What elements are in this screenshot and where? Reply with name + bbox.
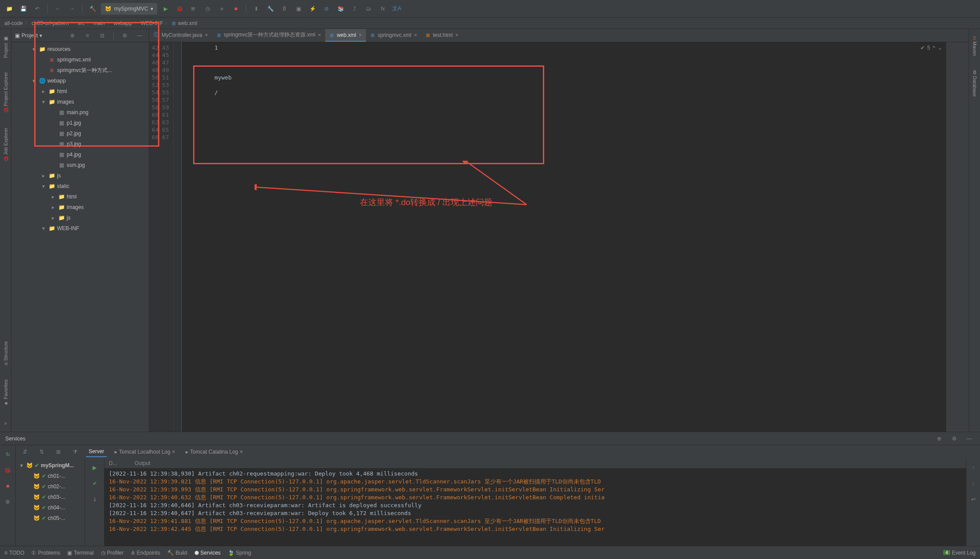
tree-item[interactable]: ▾📁WEB-INF xyxy=(11,223,149,234)
sb-profiler[interactable]: ◷ Profiler xyxy=(101,550,124,556)
profile-icon[interactable]: ◷ xyxy=(202,3,213,14)
tree-item[interactable]: ≣springmvc.xml xyxy=(11,54,149,65)
tree-item[interactable]: ▾📁images xyxy=(11,97,149,107)
sb-services[interactable]: ⬢ Services xyxy=(194,550,221,556)
collapse-rail-icon[interactable]: » xyxy=(0,418,11,429)
close-icon[interactable]: × xyxy=(205,32,208,38)
run-tree-item[interactable]: 🐱✔ ch01-... xyxy=(16,471,85,481)
close-icon[interactable]: × xyxy=(414,32,417,38)
close-icon[interactable]: × xyxy=(318,32,321,38)
close-icon[interactable]: × xyxy=(456,32,459,38)
collapse-icon[interactable]: ≡ xyxy=(82,30,93,41)
run-tree-item[interactable]: 🐱✔ ch02-... xyxy=(16,481,85,492)
breadcrumb-item[interactable]: web.xml xyxy=(178,20,197,26)
wrap-icon[interactable]: ↩ xyxy=(968,494,979,505)
editor-tab[interactable]: ≣web.xml× xyxy=(325,29,366,42)
tree-item[interactable]: ▦p3.jpg xyxy=(11,139,149,149)
editor-tab[interactable]: ≣test.html× xyxy=(421,29,463,42)
tree-item[interactable]: ▸📁html xyxy=(11,86,149,97)
translate-icon[interactable]: 文A xyxy=(391,3,402,14)
hammer-icon[interactable]: 🔨 xyxy=(87,3,98,14)
wrench-icon[interactable]: 🔧 xyxy=(265,3,276,14)
rail-job-explorer[interactable]: 🐞 Job Explorer xyxy=(2,125,9,165)
sb-build[interactable]: 🔨 Build xyxy=(167,550,187,556)
breadcrumb-item[interactable]: ch05-url-pattern xyxy=(32,20,69,26)
coverage-icon[interactable]: ⛨ xyxy=(188,3,199,14)
expand-icon[interactable]: ⊟ xyxy=(97,30,108,41)
down-icon[interactable]: ↓ xyxy=(968,478,979,489)
run-tree-item[interactable]: ▾🐱✔ mySpringM... xyxy=(16,460,85,471)
group-icon[interactable]: ⊞ xyxy=(53,446,64,458)
editor-tab[interactable]: ≣springmvc第一种方式处理静态资源.xml× xyxy=(212,29,326,42)
window-icon[interactable]: ▣ xyxy=(293,3,304,14)
sb-terminal[interactable]: ▣ Terminal xyxy=(67,550,93,556)
tree-item[interactable]: ≣springmvc第一种方式... xyxy=(11,65,149,76)
bug-icon[interactable]: 🐞 xyxy=(2,465,14,476)
upstream-icon[interactable]: ⤴ xyxy=(349,3,360,14)
rail-maven[interactable]: m Maven xyxy=(971,33,978,58)
redo-icon[interactable]: → xyxy=(66,3,78,14)
db-icon[interactable]: 🛢 xyxy=(279,3,290,14)
sb-todo[interactable]: ≡ TODO xyxy=(4,550,24,556)
editor-tab[interactable]: ≣springmvc.xml× xyxy=(366,29,421,42)
rail-structure[interactable]: ⧈ Structure xyxy=(2,339,9,368)
breadcrumb-item[interactable]: main xyxy=(93,20,105,26)
debug-icon[interactable]: 🐞 xyxy=(174,3,185,14)
books-icon[interactable]: 📚 xyxy=(335,3,346,14)
minimap[interactable] xyxy=(946,42,969,432)
play-icon[interactable]: ▶ xyxy=(89,462,101,473)
tree-item[interactable]: ▾🌐webapp xyxy=(11,76,149,86)
run-config-selector[interactable]: 🐱 mySpringMVC ▾ xyxy=(101,3,157,14)
services-tab[interactable]: ▸ Tomcat Catalina Log × xyxy=(183,447,245,457)
services-output[interactable]: [2022-11-16 12:39:38,930] Artifact ch02-… xyxy=(104,468,966,546)
tree-item[interactable]: ▾📁resources xyxy=(11,44,149,54)
code-editor[interactable]: 1 myweb / xyxy=(182,42,946,432)
services-tab[interactable]: ▸ Tomcat Localhost Log × xyxy=(112,447,178,457)
tree-item[interactable]: ▦p2.jpg xyxy=(11,128,149,139)
rerun-icon[interactable]: ↻ xyxy=(2,449,14,460)
hide-icon[interactable]: — xyxy=(963,433,975,444)
services-tab[interactable]: Server xyxy=(86,447,107,457)
stop-icon[interactable]: ■ xyxy=(230,3,241,14)
sb-problems[interactable]: ① Problems xyxy=(31,550,60,556)
save-icon[interactable]: 💾 xyxy=(18,3,29,14)
gear-icon[interactable]: ⚙ xyxy=(119,30,130,41)
target-icon[interactable]: ⊕ xyxy=(933,433,945,444)
expand-icon[interactable]: ⇵ xyxy=(19,446,31,458)
tree-item[interactable]: ▸📁js xyxy=(11,170,149,181)
tree-item[interactable]: ▾📁static xyxy=(11,181,149,191)
run-tree-item[interactable]: 🐱✔ ch05-... xyxy=(16,513,85,523)
close-icon[interactable]: × xyxy=(359,32,362,38)
up-icon[interactable]: ↑ xyxy=(968,462,979,473)
sb-endpoints[interactable]: ⋔ Endpoints xyxy=(131,550,160,556)
tree-item[interactable]: ▦main.png xyxy=(11,107,149,118)
rail-favorites[interactable]: ★ Favorites xyxy=(2,377,9,409)
tree-item[interactable]: ▸📁images xyxy=(11,202,149,213)
tree-item[interactable]: ▦p1.jpg xyxy=(11,118,149,128)
block-icon[interactable]: ⊘ xyxy=(321,3,332,14)
rail-database[interactable]: 🛢 Database xyxy=(971,67,978,99)
attach-icon[interactable]: ⎆ xyxy=(216,3,227,14)
rail-project[interactable]: Project ▣ xyxy=(2,33,9,61)
back-icon[interactable]: ↶ xyxy=(32,3,43,14)
breadcrumb-item[interactable]: all-code xyxy=(4,20,23,26)
gear-icon[interactable]: ⚙ xyxy=(948,433,960,444)
sb-event-log[interactable]: 4 Event Log xyxy=(943,550,976,556)
tree-item[interactable]: ▦p4.jpg xyxy=(11,149,149,160)
project-panel-title[interactable]: ▣ Project ▾ xyxy=(15,32,63,39)
tree-item[interactable]: ▦ssm.jpg xyxy=(11,160,149,170)
deploy-icon[interactable]: ⤓ xyxy=(89,494,101,505)
ai-icon[interactable]: ⚡ xyxy=(307,3,318,14)
open-icon[interactable]: 📁 xyxy=(4,3,15,14)
inspections-widget[interactable]: ✔ 5 ^ ⌄ xyxy=(920,45,942,51)
tree-item[interactable]: ▸📁html xyxy=(11,191,149,202)
breadcrumb-item[interactable]: src xyxy=(78,20,85,26)
git-pull-icon[interactable]: ⬇ xyxy=(251,3,262,14)
run-tree-item[interactable]: 🐱✔ ch03-... xyxy=(16,492,85,502)
target-icon[interactable]: ⊕ xyxy=(67,30,78,41)
stop-icon[interactable]: ■ xyxy=(2,480,14,492)
filter-icon[interactable]: ⚙ xyxy=(2,496,14,508)
tree-item[interactable]: ▸📁js xyxy=(11,213,149,223)
breadcrumb-item[interactable]: webapp xyxy=(114,20,132,26)
undo-icon[interactable]: ← xyxy=(52,3,64,14)
